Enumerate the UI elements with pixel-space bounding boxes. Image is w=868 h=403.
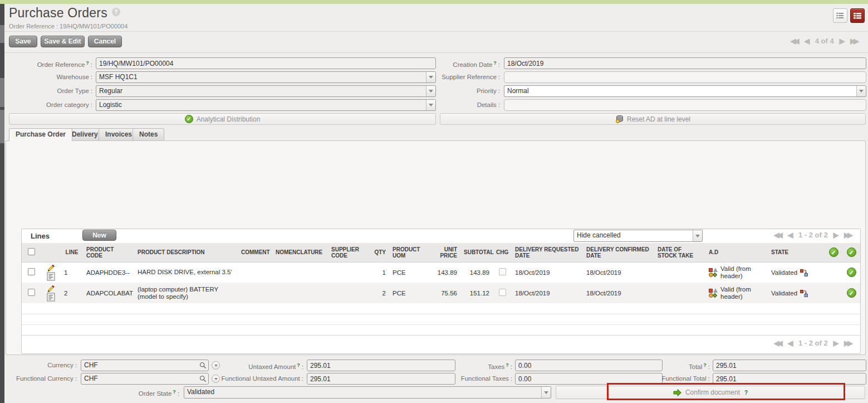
cell-qty: 1	[368, 262, 389, 283]
actions-column-header	[41, 243, 61, 262]
chg-checkbox[interactable]	[499, 268, 506, 275]
previous-page-icon[interactable]: ◀	[787, 339, 793, 347]
line-confirm-icon[interactable]: ✓	[847, 268, 856, 277]
lines-title: Lines	[31, 232, 50, 240]
table-row[interactable]: 1 ADAPHDDE3-- HARD DISK DRIVE, external …	[22, 262, 860, 283]
column-header-product-uom: PRODUCT UOM	[389, 243, 428, 262]
edit-pencil-icon[interactable]	[46, 285, 55, 293]
supplier-reference-input[interactable]	[504, 71, 866, 83]
previous-record-icon[interactable]: ◀	[804, 37, 810, 45]
cell-ad: Valid (from header)	[720, 286, 756, 300]
analytic-distribution-icon[interactable]	[709, 289, 718, 298]
record-pager-label: 4 of 4	[815, 37, 834, 45]
reset-ad-button[interactable]: Reset AD at line level	[440, 113, 866, 125]
check-circle-icon[interactable]: ✓	[829, 247, 838, 257]
state-transition-icon[interactable]	[800, 269, 808, 276]
title-help-icon[interactable]: ?	[112, 8, 120, 16]
functional-currency-label: Functional Currency:	[0, 373, 77, 385]
previous-page-icon[interactable]: ◀	[787, 231, 793, 239]
column-header-product-code: PRODUCT CODE	[83, 243, 134, 262]
analytic-distribution-icon[interactable]	[709, 268, 718, 277]
taxes-label: Taxes?:	[440, 360, 512, 372]
tab-notes[interactable]: Notes	[133, 128, 164, 140]
cell-nomenclature	[272, 262, 328, 283]
view-note-icon[interactable]	[47, 272, 55, 281]
lines-pager-label: 1 - 2 of 2	[798, 339, 828, 347]
divider	[4, 52, 868, 53]
help-icon[interactable]: ?	[493, 60, 497, 66]
chg-checkbox[interactable]	[499, 289, 506, 296]
cell-product-description: HARD DISK DRIVE, external 3.5'	[134, 262, 238, 283]
new-line-button[interactable]: New	[82, 230, 116, 241]
untaxed-amount-input[interactable]	[307, 360, 455, 371]
save-button[interactable]: Save	[9, 36, 37, 47]
cell-unit-price: 75.56	[428, 283, 460, 303]
form-view-button[interactable]	[850, 8, 865, 23]
warehouse-label: Warehouse:	[0, 71, 92, 84]
cell-comment	[238, 262, 272, 283]
list-view-button[interactable]	[833, 8, 847, 23]
view-note-icon[interactable]	[47, 293, 55, 302]
column-header-comment: COMMENT	[238, 243, 272, 262]
help-icon[interactable]: ?	[744, 390, 748, 396]
help-icon[interactable]: ?	[297, 362, 300, 368]
cancelled-filter-select[interactable]: Hide cancelled	[573, 230, 703, 242]
cell-action-empty	[825, 283, 842, 303]
analytical-distribution-button[interactable]: ✓ Analytical Distribution	[9, 113, 436, 125]
chevron-down-icon	[856, 86, 866, 96]
table-row[interactable]: 2 ADAPCOLABAT (laptop computer) BATTERY …	[22, 283, 860, 303]
functional-untaxed-input[interactable]	[307, 373, 455, 385]
column-header-nomenclature: NOMENCLATURE	[272, 243, 328, 262]
cell-subtotal: 143.89	[460, 262, 493, 283]
priority-select[interactable]: Normal	[504, 85, 866, 97]
next-page-icon[interactable]: ▶	[833, 231, 838, 239]
next-page-icon[interactable]: ▶	[833, 339, 838, 347]
cell-unit-price: 143.89	[428, 262, 460, 283]
help-icon[interactable]: ?	[506, 362, 509, 368]
cell-product-code: ADAPHDDE3--	[83, 262, 134, 283]
save-and-edit-button[interactable]: Save & Edit	[41, 36, 85, 47]
order-state-select[interactable]: Validated	[184, 386, 551, 399]
line-confirm-icon[interactable]: ✓	[847, 288, 856, 298]
first-page-icon[interactable]: ◀◀	[774, 339, 781, 347]
cell-action-empty	[825, 262, 842, 283]
help-icon[interactable]: ?	[173, 389, 176, 395]
order-category-label: Order category:	[0, 99, 92, 111]
confirm-arrow-icon	[673, 389, 682, 397]
summary-currency-input[interactable]: CHF	[81, 360, 209, 371]
sidebar-strip-segment	[0, 110, 4, 143]
cell-supplier-code	[328, 283, 368, 303]
first-page-icon[interactable]: ◀◀	[774, 231, 781, 239]
cell-line: 1	[61, 262, 83, 283]
help-icon[interactable]: ?	[703, 362, 707, 368]
summary-currency-dropdown-button[interactable]	[212, 361, 220, 370]
help-icon[interactable]: ?	[86, 60, 89, 66]
last-page-icon[interactable]: ▶▶	[844, 339, 851, 347]
check-circle-icon[interactable]: ✓	[847, 247, 856, 257]
cell-comment	[238, 283, 272, 303]
creation-date-input[interactable]	[504, 57, 866, 69]
column-header-state: STATE	[768, 243, 825, 262]
functional-currency-input[interactable]: CHF	[81, 373, 209, 385]
state-transition-icon[interactable]	[800, 289, 808, 297]
chevron-down-icon	[541, 387, 551, 398]
functional-total-input[interactable]	[713, 373, 866, 385]
record-pager: ◀◀ ◀ 4 of 4 ▶ ▶▶	[789, 37, 860, 45]
last-record-icon[interactable]: ▶▶	[850, 37, 857, 45]
search-icon	[199, 362, 207, 369]
row-checkbox[interactable]	[28, 268, 35, 275]
edit-pencil-icon[interactable]	[46, 264, 55, 272]
details-input[interactable]	[504, 99, 866, 111]
select-all-checkbox[interactable]	[28, 248, 35, 255]
row-checkbox[interactable]	[28, 289, 35, 296]
total-input[interactable]	[713, 360, 866, 371]
confirm-document-button[interactable]: Confirm document ?	[556, 386, 865, 399]
cancel-button[interactable]: Cancel	[88, 36, 122, 47]
page-title: Purchase Orders?	[9, 6, 120, 21]
last-page-icon[interactable]: ▶▶	[844, 231, 851, 239]
breadcrumb: Order Reference: 19/HQ/MW101/PO00004	[9, 23, 127, 30]
next-record-icon[interactable]: ▶	[839, 37, 845, 45]
cell-product-uom: PCE	[389, 262, 428, 283]
first-record-icon[interactable]: ◀◀	[791, 37, 797, 45]
tab-purchase-order[interactable]: Purchase Order	[9, 128, 72, 141]
